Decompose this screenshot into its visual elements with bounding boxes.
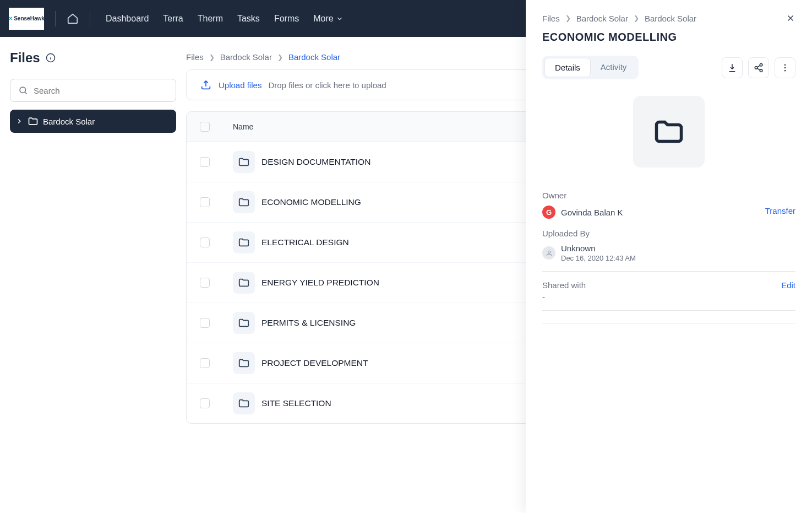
file-name: ELECTRICAL DESIGN (261, 237, 349, 247)
more-button[interactable] (775, 57, 795, 78)
uploaded-date: Dec 16, 2020 12:43 AM (561, 254, 636, 262)
nav-tasks[interactable]: Tasks (237, 14, 260, 24)
nav-forms[interactable]: Forms (274, 14, 299, 24)
tab-details[interactable]: Details (544, 58, 591, 77)
details-breadcrumb: Files ❯ Bardock Solar ❯ Bardock Solar (542, 13, 795, 23)
chevron-right-icon: ❯ (209, 53, 215, 61)
upload-hint: Drop files or click here to upload (268, 80, 386, 90)
divider (542, 323, 795, 323)
owner-name: Govinda Balan K (561, 208, 623, 217)
crumb-files[interactable]: Files (186, 52, 204, 62)
upload-link-text: Upload files (219, 80, 261, 90)
close-icon[interactable] (786, 13, 795, 23)
share-icon (754, 63, 764, 73)
search-input[interactable] (34, 86, 168, 95)
row-checkbox[interactable] (200, 318, 210, 328)
nav-more[interactable]: More (313, 14, 343, 24)
tab-activity[interactable]: Activity (591, 58, 637, 77)
download-button[interactable] (722, 57, 743, 78)
row-checkbox[interactable] (200, 157, 210, 167)
chevron-right-icon: ❯ (565, 14, 571, 22)
dcrumb-files[interactable]: Files (542, 14, 560, 23)
folder-icon (233, 392, 255, 414)
svg-point-2 (20, 87, 26, 93)
owner-label: Owner (542, 191, 765, 200)
folder-icon (233, 272, 255, 294)
folder-icon (28, 116, 39, 127)
row-checkbox[interactable] (200, 197, 210, 207)
page-title: Files (10, 50, 40, 66)
file-name: ENERGY YIELD PREDICTION (261, 278, 379, 288)
download-icon (727, 63, 737, 73)
edit-shared-link[interactable]: Edit (781, 280, 795, 290)
folder-icon (233, 191, 255, 213)
nav-therm[interactable]: Therm (198, 14, 223, 24)
svg-point-6 (784, 64, 786, 65)
divider (55, 11, 56, 26)
row-checkbox[interactable] (200, 398, 210, 408)
search-icon (18, 85, 28, 95)
dcrumb-bardock-2[interactable]: Bardock Solar (645, 14, 696, 23)
file-name: PERMITS & LICENSING (261, 318, 356, 328)
folder-icon (233, 231, 255, 253)
svg-point-4 (755, 66, 757, 69)
nav-terra[interactable]: Terra (163, 14, 183, 24)
select-all-checkbox[interactable] (200, 122, 210, 132)
crumb-bardock-2[interactable]: Bardock Solar (288, 52, 340, 62)
file-name: PROJECT DEVELOPMENT (261, 358, 368, 368)
row-checkbox[interactable] (200, 237, 210, 247)
sidebar: Files Bardock Solar (0, 37, 186, 513)
chevron-down-icon (336, 15, 344, 23)
nav-dashboard[interactable]: Dashboard (106, 14, 149, 24)
share-button[interactable] (748, 57, 769, 78)
folder-preview-icon (633, 96, 705, 168)
home-icon[interactable] (67, 13, 79, 25)
nav-links: Dashboard Terra Therm Tasks Forms More (106, 14, 344, 24)
file-name: ECONOMIC MODELLING (261, 197, 361, 207)
svg-point-3 (760, 63, 762, 66)
row-checkbox[interactable] (200, 278, 210, 288)
svg-point-5 (760, 69, 762, 72)
svg-point-9 (548, 251, 550, 253)
tree-root-item[interactable]: Bardock Solar (10, 110, 176, 133)
uploader-name: Unknown (561, 244, 636, 253)
tab-group: Details Activity (542, 56, 639, 79)
divider (90, 11, 90, 26)
crumb-bardock-1[interactable]: Bardock Solar (220, 52, 272, 62)
uploader-avatar (542, 246, 555, 260)
file-name: DESIGN DOCUMENTATION (261, 157, 370, 167)
upload-icon (200, 79, 212, 91)
details-title: ECONOMIC MODELLING (542, 31, 795, 44)
chevron-right-icon (15, 117, 23, 125)
chevron-right-icon: ❯ (634, 14, 639, 22)
folder-icon (233, 312, 255, 334)
info-icon[interactable] (46, 53, 56, 63)
brand-logo[interactable]: ✕SenseHawk (9, 8, 44, 30)
folder-icon (233, 151, 255, 173)
svg-point-7 (784, 67, 786, 68)
uploaded-by-label: Uploaded By (542, 229, 795, 238)
folder-icon (233, 352, 255, 374)
search-box[interactable] (10, 79, 176, 102)
transfer-link[interactable]: Transfer (765, 206, 795, 215)
svg-point-8 (784, 70, 786, 71)
shared-with-label: Shared with (542, 280, 586, 290)
shared-with-value: - (542, 292, 795, 301)
more-vertical-icon (780, 63, 790, 73)
row-checkbox[interactable] (200, 358, 210, 368)
chevron-right-icon: ❯ (277, 53, 283, 61)
owner-avatar: G (542, 206, 555, 219)
dcrumb-bardock-1[interactable]: Bardock Solar (576, 14, 628, 23)
file-name: SITE SELECTION (261, 398, 331, 408)
details-panel: Files ❯ Bardock Solar ❯ Bardock Solar EC… (526, 0, 812, 513)
